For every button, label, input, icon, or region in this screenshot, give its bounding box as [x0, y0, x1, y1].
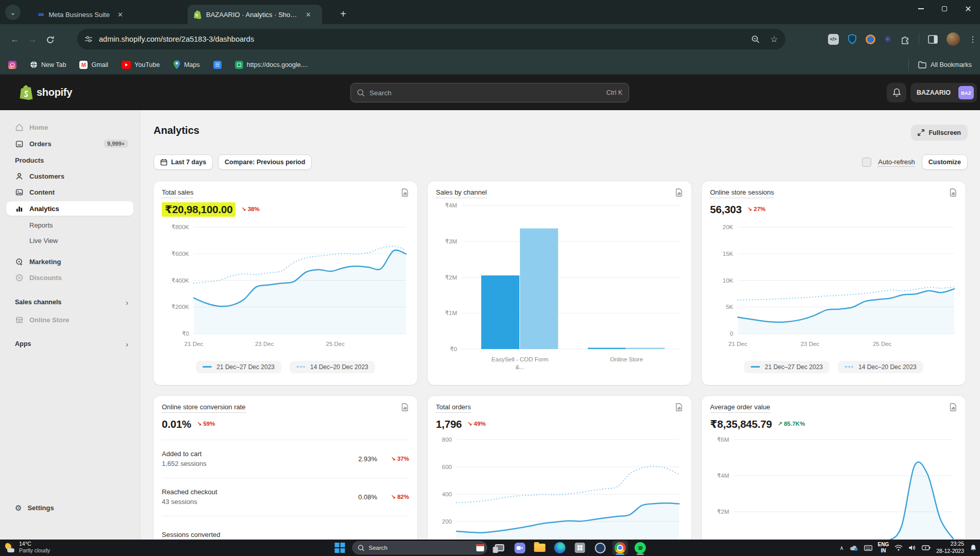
google-docs-bookmark-icon[interactable] — [213, 61, 222, 69]
start-button[interactable] — [332, 541, 348, 555]
onedrive-cloud-icon[interactable] — [850, 545, 858, 551]
sidebar-item-analytics[interactable]: Analytics — [6, 201, 133, 216]
window-close-button[interactable]: ✕ — [956, 0, 980, 18]
average-order-value-card: Average order value ₹8,35,845.79 85.7K% … — [702, 396, 966, 540]
store-switcher[interactable]: BAZAARIO BAZ — [910, 83, 977, 102]
starburst-extension-icon[interactable]: ✳ — [884, 34, 891, 45]
sales-by-channel-chart: ₹4M₹3M₹2M₹1M₹0EasySell - COD Form&...Onl… — [436, 200, 683, 377]
window-maximize-button[interactable] — [933, 0, 956, 18]
extensions-row: </> ✳ ⋮ — [828, 29, 977, 49]
bookmark-new-tab[interactable]: New Tab — [30, 61, 66, 68]
funnel-row-reached-checkout[interactable]: Reached checkout43 sessions 0.08% 82% — [162, 478, 409, 516]
legend-current-period[interactable]: 21 Dec–27 Dec 2023 — [196, 361, 281, 373]
extensions-puzzle-icon[interactable] — [900, 34, 910, 44]
window-minimize-button[interactable] — [909, 0, 933, 18]
funnel-row-added-to-cart[interactable]: Added to cart1,652 sessions 2.93% 37% — [162, 440, 409, 478]
sidebar-item-products[interactable]: Products — [6, 153, 133, 167]
taskbar-app-spotify[interactable] — [633, 541, 648, 555]
code-extension-icon[interactable]: </> — [828, 34, 839, 45]
profile-avatar[interactable] — [947, 32, 960, 46]
tab-close-icon[interactable]: ✕ — [117, 11, 123, 19]
apps-header[interactable]: Apps › — [6, 338, 133, 350]
card-title[interactable]: Total orders — [436, 403, 471, 413]
sidebar-item-discounts[interactable]: Discounts — [6, 270, 133, 285]
total-orders-card: Total orders 1,796 49% 800600400200 — [428, 396, 691, 540]
taskbar-app-explorer[interactable] — [532, 541, 548, 555]
sidebar-item-settings[interactable]: ⚙ Settings — [6, 500, 133, 515]
sidebar-item-online-store[interactable]: Online Store — [6, 312, 133, 327]
taskbar-search[interactable]: Search — [352, 541, 487, 554]
bookmark-google-docs[interactable]: https://docs.google.... — [235, 61, 308, 69]
tray-chevron-icon[interactable]: ∧ — [840, 545, 844, 551]
fullscreen-button[interactable]: Fullscreen — [911, 125, 968, 141]
taskbar-app-dell[interactable] — [593, 541, 608, 555]
customize-button[interactable]: Customize — [922, 154, 968, 170]
tab-close-icon[interactable]: ✕ — [306, 11, 311, 19]
notifications-button[interactable] — [887, 83, 906, 102]
legend-previous-period[interactable]: 14 Dec–20 Dec 2023 — [838, 361, 923, 373]
bookmark-youtube[interactable]: YouTube — [122, 61, 160, 69]
volume-icon[interactable] — [908, 545, 916, 551]
card-title[interactable]: Total sales — [162, 188, 193, 198]
admin-search-bar[interactable]: Search Ctrl K — [350, 83, 629, 102]
instagram-bookmark-icon[interactable] — [8, 61, 16, 69]
sidebar-item-orders[interactable]: Orders 9,999+ — [6, 136, 133, 151]
notifications-bell-icon[interactable] — [970, 544, 977, 552]
bookmark-star-icon[interactable]: ☆ — [770, 34, 778, 45]
back-button[interactable]: ← — [6, 31, 24, 48]
auto-refresh-checkbox[interactable] — [862, 158, 871, 167]
reload-button[interactable] — [41, 31, 59, 48]
taskbar-app-store[interactable] — [572, 541, 588, 555]
browser-menu-icon[interactable]: ⋮ — [969, 34, 977, 44]
sidebar-item-reports[interactable]: Reports — [6, 218, 133, 232]
shield-extension-icon[interactable] — [848, 34, 857, 44]
system-clock[interactable]: 23:25 28-12-2023 — [936, 541, 964, 554]
forward-button[interactable]: → — [24, 31, 41, 48]
sidebar-item-content[interactable]: Content — [6, 185, 133, 199]
bookmark-gmail[interactable]: M Gmail — [79, 61, 108, 69]
card-title[interactable]: Sales by channel — [436, 188, 487, 198]
wifi-icon[interactable] — [894, 545, 903, 551]
new-tab-button[interactable]: + — [335, 6, 351, 22]
url-bar[interactable]: admin.shopify.com/store/2a5183-3/dashboa… — [77, 29, 785, 49]
funnel-row-sessions-converted[interactable]: Sessions converted — [162, 516, 409, 540]
card-title[interactable]: Average order value — [710, 403, 770, 413]
report-icon[interactable] — [675, 403, 683, 411]
battery-icon[interactable] — [922, 545, 931, 550]
sidebar-item-marketing[interactable]: Marketing — [6, 254, 133, 269]
report-icon[interactable] — [949, 403, 957, 411]
sidebar-item-live-view[interactable]: Live View — [6, 233, 133, 248]
touch-keyboard-icon[interactable] — [864, 545, 872, 551]
language-indicator[interactable]: ENG IN — [878, 542, 889, 554]
tab-meta-business-suite[interactable]: ∞ Meta Business Suite ✕ — [32, 5, 167, 24]
tab-shopify-analytics[interactable]: S BAZAARIO · Analytics · Shopify ✕ — [188, 5, 322, 24]
card-title[interactable]: Online store conversion rate — [162, 403, 246, 413]
weather-widget[interactable]: 14°C Partly cloudy — [4, 541, 50, 554]
zoom-icon[interactable] — [751, 35, 760, 44]
report-icon[interactable] — [675, 188, 683, 197]
browser-extension-icon[interactable] — [866, 34, 875, 44]
total-sales-value[interactable]: ₹20,98,100.00 — [162, 202, 235, 217]
task-view-button[interactable] — [492, 541, 508, 555]
card-title[interactable]: Online store sessions — [710, 188, 774, 198]
report-icon[interactable] — [949, 188, 957, 197]
taskbar-app-edge[interactable] — [552, 541, 568, 555]
url-text[interactable]: admin.shopify.com/store/2a5183-3/dashboa… — [99, 35, 254, 43]
report-icon[interactable] — [401, 403, 409, 411]
taskbar-app-video[interactable] — [512, 541, 528, 555]
legend-current-period[interactable]: 21 Dec–27 Dec 2023 — [744, 361, 830, 373]
site-settings-icon[interactable] — [85, 35, 93, 43]
sidebar-item-customers[interactable]: Customers — [6, 169, 133, 183]
legend-previous-period[interactable]: 14 Dec–20 Dec 2023 — [290, 361, 375, 373]
tab-search-chevron-icon[interactable]: ⌄ — [5, 5, 21, 20]
side-panel-icon[interactable] — [928, 35, 938, 44]
all-bookmarks-button[interactable]: All Bookmarks — [908, 59, 972, 71]
report-icon[interactable] — [401, 188, 409, 197]
taskbar-app-chrome[interactable] — [613, 541, 628, 555]
date-range-button[interactable]: Last 7 days — [154, 154, 213, 170]
shopify-logo[interactable]: shopify — [20, 85, 72, 100]
sidebar-item-home[interactable]: Home — [6, 120, 133, 134]
bookmark-maps[interactable]: Maps — [173, 60, 200, 69]
sales-channels-header[interactable]: Sales channels › — [6, 297, 133, 308]
compare-button[interactable]: Compare: Previous period — [218, 154, 312, 170]
